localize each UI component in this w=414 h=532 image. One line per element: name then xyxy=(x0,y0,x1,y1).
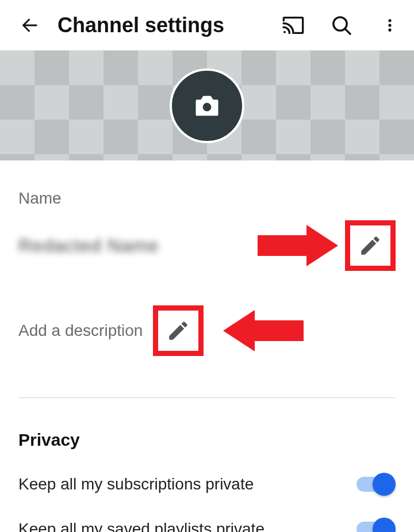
arrow-left-icon xyxy=(20,16,40,35)
cast-button[interactable] xyxy=(281,13,306,38)
toggle-knob xyxy=(373,473,396,496)
svg-point-6 xyxy=(388,28,391,31)
page-title: Channel settings xyxy=(57,13,264,37)
name-edit-group xyxy=(252,220,396,271)
subscriptions-privacy-label: Keep all my subscriptions private xyxy=(18,475,254,493)
name-label: Name xyxy=(18,189,396,208)
annotation-arrow-right-icon xyxy=(252,223,338,269)
subscriptions-privacy-toggle[interactable] xyxy=(356,477,393,492)
header-actions xyxy=(281,13,402,38)
edit-description-button[interactable] xyxy=(153,305,204,356)
svg-line-3 xyxy=(345,28,350,33)
app-bar: Channel settings xyxy=(0,0,414,51)
name-section: Name Redacted Name xyxy=(0,189,414,271)
description-row: Add a description xyxy=(0,305,414,356)
section-divider xyxy=(18,397,396,398)
cast-icon xyxy=(282,14,305,37)
more-button[interactable] xyxy=(377,13,402,38)
playlists-privacy-toggle[interactable] xyxy=(356,522,393,532)
description-label: Add a description xyxy=(18,322,143,340)
search-icon xyxy=(330,14,353,37)
pencil-icon xyxy=(166,319,190,343)
subscriptions-privacy-row: Keep all my subscriptions private xyxy=(0,475,414,493)
search-button[interactable] xyxy=(329,13,354,38)
playlists-privacy-row: Keep all my saved playlists private xyxy=(0,520,414,532)
svg-marker-9 xyxy=(223,310,304,351)
camera-icon xyxy=(192,91,222,121)
svg-point-5 xyxy=(388,24,391,26)
playlists-privacy-label: Keep all my saved playlists private xyxy=(18,520,264,532)
svg-point-7 xyxy=(203,102,212,111)
privacy-heading: Privacy xyxy=(0,430,414,450)
more-vert-icon xyxy=(382,14,398,37)
change-photo-button[interactable] xyxy=(170,68,244,143)
name-value: Redacted Name xyxy=(18,235,159,257)
svg-point-4 xyxy=(388,19,391,22)
name-row: Redacted Name xyxy=(18,220,396,271)
edit-name-button[interactable] xyxy=(345,220,396,271)
back-button[interactable] xyxy=(18,14,41,37)
toggle-knob xyxy=(373,518,396,532)
annotation-arrow-left-icon xyxy=(223,308,309,354)
svg-point-1 xyxy=(283,30,286,33)
channel-banner xyxy=(0,51,414,160)
pencil-icon xyxy=(358,234,382,258)
svg-marker-8 xyxy=(258,225,338,266)
